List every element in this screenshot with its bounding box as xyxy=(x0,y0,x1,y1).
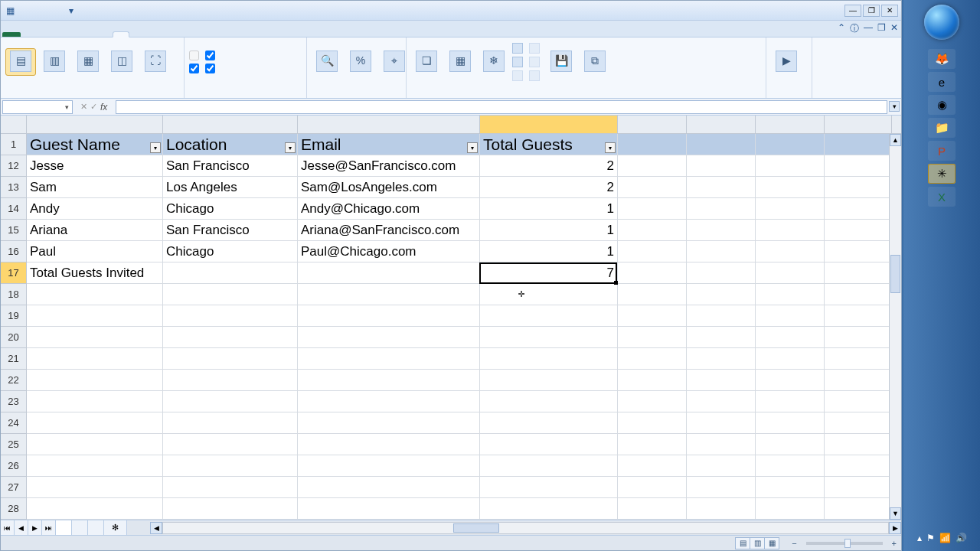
taskbar-excel-icon[interactable]: X xyxy=(928,187,956,207)
cell[interactable] xyxy=(756,370,825,391)
cell[interactable] xyxy=(825,477,892,498)
cell[interactable] xyxy=(163,498,298,520)
cell[interactable] xyxy=(687,370,756,391)
cell[interactable] xyxy=(825,134,892,155)
cell[interactable] xyxy=(298,498,480,520)
full-screen-button[interactable]: ⛶ xyxy=(140,49,171,75)
undo-icon[interactable] xyxy=(34,5,47,17)
sheet-nav-next-icon[interactable]: ▶ xyxy=(28,520,42,535)
cell[interactable] xyxy=(298,305,480,327)
cell[interactable] xyxy=(298,477,480,498)
cell[interactable] xyxy=(480,370,618,391)
cell[interactable] xyxy=(756,198,825,220)
cell[interactable] xyxy=(618,370,687,391)
cell[interactable] xyxy=(480,284,618,305)
arrange-all-button[interactable]: ▦ xyxy=(445,49,475,75)
freeze-panes-button[interactable]: ❄ xyxy=(479,49,509,75)
cell[interactable] xyxy=(298,262,480,284)
cell[interactable] xyxy=(825,498,892,520)
switch-windows-button[interactable]: ⧉ xyxy=(580,49,610,75)
hscroll-thumb[interactable] xyxy=(453,523,499,533)
scroll-left-icon[interactable]: ◀ xyxy=(150,522,162,534)
tab-review[interactable] xyxy=(97,32,113,37)
expand-formula-bar-icon[interactable]: ▾ xyxy=(889,101,900,112)
page-layout-button[interactable]: ▥ xyxy=(39,49,70,75)
cell[interactable]: Total Guests Invited xyxy=(27,262,163,284)
col-header-e[interactable] xyxy=(618,116,687,134)
gridlines-checkbox[interactable] xyxy=(189,64,202,73)
headings-checkbox[interactable] xyxy=(205,64,218,73)
cell[interactable]: 1 xyxy=(480,220,618,241)
cancel-formula-icon[interactable]: ✕ xyxy=(80,102,87,112)
cell[interactable] xyxy=(618,391,687,412)
tray-arrow-icon[interactable]: ▴ xyxy=(917,533,922,543)
vscroll-thumb[interactable] xyxy=(890,255,900,293)
scroll-down-icon[interactable]: ▼ xyxy=(890,507,901,520)
cell[interactable] xyxy=(480,391,618,412)
cell[interactable]: Paul@Chicago.com xyxy=(298,241,480,262)
split-button[interactable] xyxy=(512,43,526,54)
cell[interactable] xyxy=(163,434,298,455)
taskbar-ie-icon[interactable]: e xyxy=(928,72,956,92)
cell[interactable] xyxy=(163,348,298,370)
cell[interactable]: Sam xyxy=(27,177,163,198)
cell[interactable]: 2 xyxy=(480,155,618,177)
tab-formulas[interactable] xyxy=(67,32,82,37)
tab-insert[interactable] xyxy=(36,32,51,37)
cell[interactable] xyxy=(618,241,687,262)
taskbar-explorer-icon[interactable]: 📁 xyxy=(928,118,956,138)
save-workspace-button[interactable]: 💾 xyxy=(546,49,577,75)
cell[interactable] xyxy=(618,305,687,327)
cell[interactable] xyxy=(480,477,618,498)
taskbar-chrome-icon[interactable]: ◉ xyxy=(928,95,956,115)
row-header-24[interactable]: 24 xyxy=(1,412,26,434)
cell[interactable] xyxy=(687,155,756,177)
row-header-12[interactable]: 12 xyxy=(1,155,26,177)
cell[interactable] xyxy=(756,455,825,477)
cell[interactable] xyxy=(825,155,892,177)
cell[interactable] xyxy=(825,241,892,262)
cell[interactable] xyxy=(618,134,687,155)
view-normal-icon[interactable]: ▤ xyxy=(735,537,750,549)
cell[interactable]: Location▾ xyxy=(163,134,298,155)
help-icon[interactable]: ⓘ xyxy=(850,22,859,35)
cell[interactable] xyxy=(687,262,756,284)
col-header-h[interactable] xyxy=(825,116,892,134)
cells[interactable]: Guest Name▾Location▾Email▾Total Guests▾J… xyxy=(27,134,892,520)
cell[interactable] xyxy=(618,455,687,477)
cell[interactable] xyxy=(163,412,298,434)
row-header-13[interactable]: 13 xyxy=(1,177,26,198)
row-header-18[interactable]: 18 xyxy=(1,284,26,305)
sheet-nav-prev-icon[interactable]: ◀ xyxy=(15,520,28,535)
tab-data[interactable] xyxy=(82,32,97,37)
ruler-checkbox[interactable] xyxy=(189,51,202,60)
cell[interactable]: 1 xyxy=(480,198,618,220)
cell[interactable] xyxy=(27,284,163,305)
new-window-button[interactable]: ❏ xyxy=(411,49,442,75)
cell[interactable]: 7 xyxy=(480,262,618,284)
cell[interactable] xyxy=(687,455,756,477)
col-header-g[interactable] xyxy=(756,116,825,134)
cell[interactable] xyxy=(687,177,756,198)
sheet-tab-guests[interactable] xyxy=(56,520,72,535)
cell[interactable]: 2 xyxy=(480,177,618,198)
row-header-27[interactable]: 27 xyxy=(1,477,26,498)
cell[interactable] xyxy=(298,412,480,434)
cell[interactable]: Total Guests▾ xyxy=(480,134,618,155)
cell[interactable] xyxy=(825,391,892,412)
unhide-button[interactable] xyxy=(512,70,526,81)
fx-icon[interactable]: fx xyxy=(100,102,113,112)
zoom-100-button[interactable]: % xyxy=(345,49,376,75)
cell[interactable] xyxy=(480,305,618,327)
cell[interactable] xyxy=(480,327,618,348)
cell[interactable] xyxy=(756,241,825,262)
cell[interactable] xyxy=(618,262,687,284)
cell[interactable] xyxy=(756,284,825,305)
cell[interactable]: Chicago xyxy=(163,241,298,262)
cell[interactable]: Andy@Chicago.com xyxy=(298,198,480,220)
cell[interactable] xyxy=(27,370,163,391)
zoom-out-button[interactable]: − xyxy=(792,539,796,548)
cell[interactable]: San Francisco xyxy=(163,155,298,177)
enter-formula-icon[interactable]: ✓ xyxy=(90,102,97,112)
cell[interactable] xyxy=(618,177,687,198)
